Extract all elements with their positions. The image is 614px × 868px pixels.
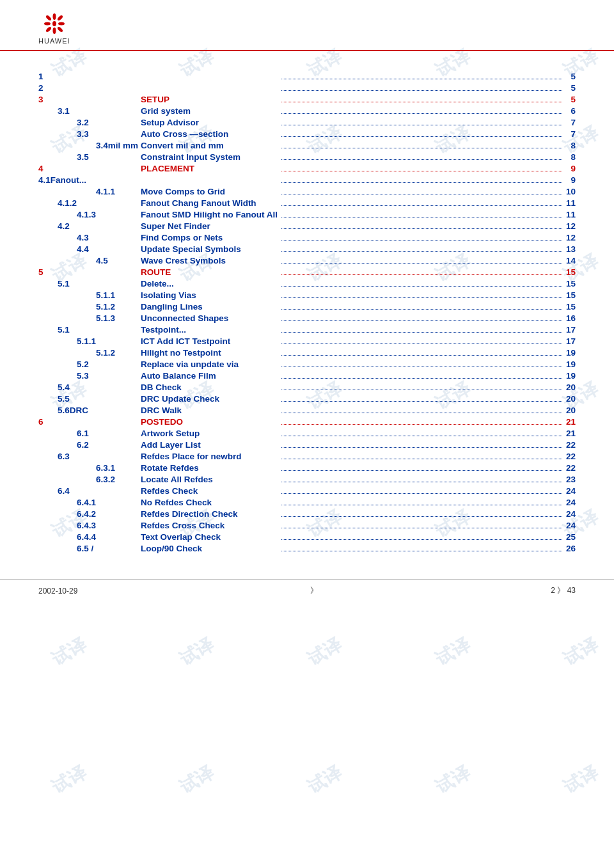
- toc-title: Super Net Finder: [141, 220, 278, 232]
- toc-title: POSTEDO: [141, 416, 278, 427]
- toc-number: 5.5: [38, 393, 141, 404]
- toc-page: 24: [566, 519, 576, 531]
- toc-title: DRC Update Check: [141, 393, 278, 404]
- toc-row: 6.2Add Layer List22: [38, 439, 576, 450]
- toc-title: Grid system: [141, 105, 278, 116]
- toc-page: 10: [566, 185, 576, 197]
- toc-dots: [278, 232, 566, 243]
- svg-point-1: [52, 13, 56, 20]
- toc-page: 21: [566, 427, 576, 439]
- svg-point-5: [45, 15, 52, 22]
- toc-page: 5: [566, 70, 576, 82]
- toc-title: Convert mil and mm: [141, 139, 278, 151]
- toc-dots: [278, 393, 566, 404]
- toc-number: 6.1: [38, 427, 141, 439]
- toc-row: 3SETUP5: [38, 93, 576, 105]
- toc-number: 6.5 /: [38, 542, 141, 554]
- toc-row: 4.1.1Move Comps to Grid10: [38, 185, 576, 197]
- toc-row: 5.3Auto Balance Film19: [38, 370, 576, 381]
- toc-dots: [278, 496, 566, 508]
- page-footer: 2002-10-29 》 2 》 43: [0, 580, 614, 601]
- toc-page: 12: [566, 232, 576, 243]
- toc-dots: [278, 485, 566, 496]
- toc-dots: [278, 209, 566, 220]
- logo-text: HUAWEI: [38, 37, 70, 45]
- toc-page: 15: [566, 266, 576, 278]
- toc-dots: [278, 93, 566, 105]
- toc-row: 5.2Replace via unpdate via19: [38, 358, 576, 370]
- toc-number: 4.5: [38, 255, 141, 266]
- toc-page: 12: [566, 220, 576, 232]
- toc-title: Artwork Setup: [141, 427, 278, 439]
- toc-dots: [278, 185, 566, 197]
- toc-title: Isolating Vias: [141, 289, 278, 301]
- toc-title: [141, 70, 278, 82]
- toc-title: Refdes Check: [141, 485, 278, 496]
- toc-dots: [278, 370, 566, 381]
- toc-page: 15: [566, 289, 576, 301]
- toc-row: 6.5 /Loop/90 Check26: [38, 542, 576, 554]
- svg-point-7: [45, 26, 52, 33]
- toc-dots: [278, 531, 566, 542]
- toc-page: 14: [566, 255, 576, 266]
- toc-page: 15: [566, 278, 576, 289]
- toc-page: 7: [566, 116, 576, 128]
- footer-date: 2002-10-29: [38, 587, 77, 596]
- toc-dots: [278, 128, 566, 139]
- toc-title: DB Check: [141, 381, 278, 393]
- toc-page: 8: [566, 139, 576, 151]
- toc-title: [141, 174, 278, 185]
- toc-number: 4.1.1: [38, 185, 141, 197]
- toc-title: PLACEMENT: [141, 162, 278, 174]
- toc-number: 3.2: [38, 116, 141, 128]
- toc-page: 24: [566, 485, 576, 496]
- toc-title: Setup Advisor: [141, 116, 278, 128]
- toc-row: 4.3Find Comps or Nets12: [38, 232, 576, 243]
- toc-row: 4.2Super Net Finder12: [38, 220, 576, 232]
- toc-page: 15: [566, 301, 576, 312]
- toc-title: [141, 82, 278, 93]
- toc-dots: [278, 519, 566, 531]
- toc-page: 9: [566, 174, 576, 185]
- toc-row: 6.3.2Locate All Refdes23: [38, 473, 576, 485]
- toc-row: 4.4Update Special Symbols13: [38, 243, 576, 255]
- toc-number: 5.6DRC: [38, 404, 141, 416]
- toc-dots: [278, 82, 566, 93]
- toc-page: 19: [566, 370, 576, 381]
- toc-title: Fanout Chang Fanout Width: [141, 197, 278, 209]
- toc-page: 9: [566, 162, 576, 174]
- toc-title: Refdes Direction Check: [141, 508, 278, 519]
- toc-row: 6.4.1No Refdes Check24: [38, 496, 576, 508]
- toc-page: 11: [566, 197, 576, 209]
- toc-title: Refdes Place for newbrd: [141, 450, 278, 462]
- toc-page: 24: [566, 508, 576, 519]
- toc-dots: [278, 462, 566, 473]
- toc-row: 5.6DRCDRC Walk20: [38, 404, 576, 416]
- toc-dots: [278, 473, 566, 485]
- toc-row: 6.4.3Refdes Cross Check24: [38, 519, 576, 531]
- toc-row: 5.1Testpoint...17: [38, 324, 576, 335]
- toc-dots: [278, 266, 566, 278]
- toc-title: Rotate Refdes: [141, 462, 278, 473]
- toc-dots: [278, 542, 566, 554]
- toc-number: 6.3.1: [38, 462, 141, 473]
- toc-number: 5.1.1: [38, 335, 141, 347]
- toc-row: 6.4Refdes Check24: [38, 485, 576, 496]
- toc-number: 5.1: [38, 278, 141, 289]
- toc-title: Add Layer List: [141, 439, 278, 450]
- toc-row: 4.1.3Fanout SMD Hilight no Fanout All11: [38, 209, 576, 220]
- svg-point-8: [56, 26, 63, 33]
- toc-number: 3: [38, 93, 141, 105]
- toc-row: 6.4.4Text Overlap Check25: [38, 531, 576, 542]
- toc-number: 4.1.2: [38, 197, 141, 209]
- toc-row: 5.5DRC Update Check20: [38, 393, 576, 404]
- toc-dots: [278, 197, 566, 209]
- toc-dots: [278, 70, 566, 82]
- toc-row: 5.1Delete...15: [38, 278, 576, 289]
- toc-page: 5: [566, 93, 576, 105]
- toc-table: 15253SETUP53.1Grid system63.2Setup Advis…: [38, 70, 576, 554]
- toc-number: 1: [38, 70, 141, 82]
- toc-number: 4.2: [38, 220, 141, 232]
- toc-page: 8: [566, 151, 576, 162]
- toc-page: 22: [566, 450, 576, 462]
